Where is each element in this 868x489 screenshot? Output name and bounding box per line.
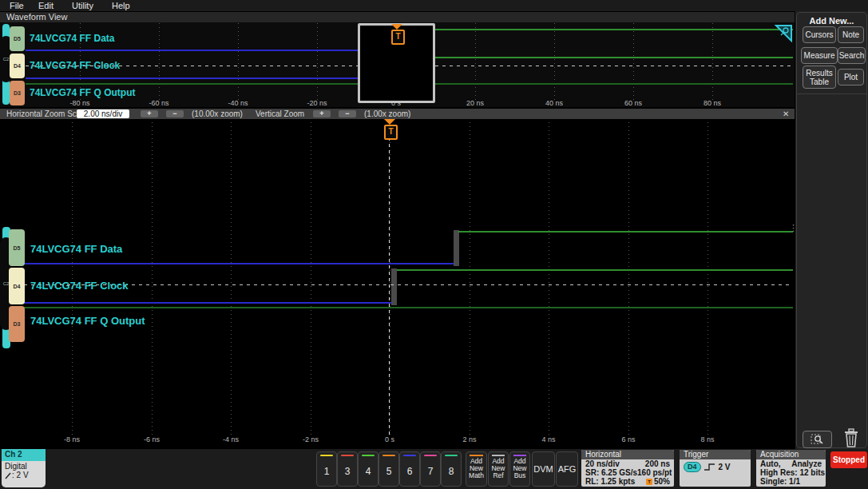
overview-axis-label: 80 ns xyxy=(692,99,732,107)
rising-edge-icon xyxy=(704,463,716,471)
v-zoom-in-button[interactable]: + xyxy=(313,110,331,117)
channel-button-4[interactable]: 4 xyxy=(358,451,379,487)
channel-badge-d5[interactable]: D5 xyxy=(10,26,25,51)
q-output-waveform-segment xyxy=(24,307,793,308)
channel-badge-d3[interactable]: D3 xyxy=(9,306,25,342)
horizontal-settings-panel[interactable]: Horizontal 20 ns/div200 ns SR: 6.25 GS/s… xyxy=(581,450,674,487)
channel-2-badge[interactable]: Ch 2 Digital : 2 V xyxy=(2,449,46,487)
main-axis-label: -2 ns xyxy=(291,435,331,443)
grid-line xyxy=(317,23,318,101)
right-side-panel: Add New... Cursors Note Measure Search R… xyxy=(795,11,868,449)
overview-axis-label: -20 ns xyxy=(297,99,337,107)
waveform-overview: T C2 D5 D4 D3 74LVCG74 FF Data 74LVCG74 … xyxy=(0,22,795,107)
channel-label-data[interactable]: 74LVCG74 FF Data xyxy=(30,243,122,255)
dvm-button[interactable]: DVM xyxy=(532,451,555,487)
channel-button-3[interactable]: 3 xyxy=(337,451,358,487)
note-button[interactable]: Note xyxy=(838,26,864,43)
touch-zoom-button[interactable] xyxy=(803,431,832,448)
run-state-badge[interactable]: Stopped xyxy=(830,451,867,468)
channel-button-label: 4 xyxy=(366,456,371,486)
waveform-zoom-view: T C2 D5 D4 D3 74LVCG74 FF Data 74LVCG74 … xyxy=(0,119,795,449)
plot-button[interactable]: Plot xyxy=(838,69,864,85)
ref-color-stripe xyxy=(492,455,505,456)
clock-waveform-low-segment xyxy=(24,302,391,304)
channel-button-6[interactable]: 6 xyxy=(399,451,420,487)
channel-label-clock[interactable]: 74LVCG74 FF Clock xyxy=(30,280,129,292)
channel-label-q-output[interactable]: 74LVCG74 FF Q Output xyxy=(30,87,135,98)
menu-item-file[interactable]: File xyxy=(10,1,24,10)
channel-button-label: 1 xyxy=(324,456,330,486)
touch-zoom-icon xyxy=(811,434,825,446)
channel-badge-d5[interactable]: D5 xyxy=(9,229,25,266)
channel-badge-d4[interactable]: D4 xyxy=(9,268,25,304)
data-waveform-low-segment xyxy=(24,263,454,264)
channel-badge-d3[interactable]: D3 xyxy=(10,81,25,105)
math-color-stripe xyxy=(470,455,484,456)
channel-button-5[interactable]: 5 xyxy=(379,451,399,487)
data-waveform-high-segment xyxy=(403,29,793,30)
bottom-settings-bar: Ch 2 Digital : 2 V 1 3 4 5 xyxy=(0,449,868,489)
zoom-close-icon[interactable]: ✕ xyxy=(783,109,789,118)
afg-button[interactable]: AFG xyxy=(556,451,578,487)
zoom-toolbar: Horizontal Zoom Scale + − (10.00x zoom) … xyxy=(0,109,795,119)
trigger-settings-panel[interactable]: Trigger D4 2 V xyxy=(680,450,751,487)
data-waveform-edge xyxy=(454,230,459,266)
cursors-button[interactable]: Cursors xyxy=(803,26,836,43)
grid-line xyxy=(549,122,549,437)
main-axis-label: 8 ns xyxy=(688,435,727,443)
channel-badge-d4[interactable]: D4 xyxy=(10,54,25,78)
acquisition-panel-title: Acquisition xyxy=(756,450,826,459)
horizontal-panel-title: Horizontal xyxy=(581,450,674,459)
main-axis-label: -8 ns xyxy=(52,435,92,443)
trigger-source-badge: D4 xyxy=(684,462,701,472)
channel-button-1[interactable]: 1 xyxy=(316,451,337,487)
v-zoom-out-button[interactable]: − xyxy=(339,110,356,117)
add-new-ref-button[interactable]: Add New Ref xyxy=(488,451,509,487)
trigger-position-arrow-icon[interactable] xyxy=(384,119,395,125)
trigger-position-mini-icon: T xyxy=(646,479,652,485)
grid-line xyxy=(707,122,708,437)
trash-icon[interactable] xyxy=(842,428,860,448)
add-new-title: Add New... xyxy=(797,16,866,26)
menu-item-utility[interactable]: Utility xyxy=(72,1,93,10)
channel-button-7[interactable]: 7 xyxy=(420,451,441,487)
channel-label-q-output[interactable]: 74LVCG74 FF Q Output xyxy=(30,315,145,327)
channel-button-label: 6 xyxy=(407,456,413,486)
menu-bar: File Edit Utility Help xyxy=(0,0,868,11)
results-table-button[interactable]: Results Table xyxy=(803,66,836,89)
trigger-level-line xyxy=(24,284,793,285)
channel-button-8[interactable]: 8 xyxy=(441,451,462,487)
h-zoom-out-button[interactable]: − xyxy=(166,110,184,117)
h-zoom-in-button[interactable]: + xyxy=(141,110,158,117)
main-axis-label: 0 s xyxy=(370,435,410,443)
grid-line xyxy=(238,23,239,101)
channel-label-data[interactable]: 74LVCG74 FF Data xyxy=(30,33,114,44)
grid-line xyxy=(152,122,153,437)
main-axis-label: 6 ns xyxy=(608,435,648,443)
channel-label-clock[interactable]: 74LVCG74 FF Clock xyxy=(30,60,120,71)
trigger-panel-title: Trigger xyxy=(680,450,751,459)
acquisition-settings-panel[interactable]: Acquisition Auto,Analyze High Res: 12 bi… xyxy=(756,450,826,487)
trigger-position-flag-icon[interactable]: T xyxy=(384,125,398,140)
channel-button-label: 3 xyxy=(345,456,351,486)
panel-splitter-grip[interactable]: ⋮ xyxy=(789,223,795,233)
search-button[interactable]: Search xyxy=(838,47,866,64)
v-zoom-label: Vertical Zoom xyxy=(256,109,304,118)
channel-2-threshold: : 2 V xyxy=(12,471,29,479)
h-zoom-scale-input[interactable] xyxy=(77,109,129,118)
tab-waveform-view[interactable]: Waveform View xyxy=(6,12,67,22)
bus-color-stripe xyxy=(513,455,527,456)
menu-item-edit[interactable]: Edit xyxy=(38,1,54,10)
overview-axis-label: -60 ns xyxy=(139,99,179,107)
channel-2-name: Ch 2 xyxy=(2,449,46,461)
v-zoom-readout: (1.00x zoom) xyxy=(364,109,410,118)
add-new-bus-button[interactable]: Add New Bus xyxy=(509,451,530,487)
measure-button[interactable]: Measure xyxy=(801,47,838,64)
menu-item-help[interactable]: Help xyxy=(112,1,130,10)
zoom-corner-icon[interactable] xyxy=(775,24,793,42)
grid-line xyxy=(475,23,476,101)
add-new-math-button[interactable]: Add New Math xyxy=(466,451,487,487)
tab-bar: Waveform View xyxy=(0,11,795,23)
trigger-position-flag-icon[interactable]: T xyxy=(391,30,405,45)
trigger-position-arrow-icon[interactable] xyxy=(391,24,402,30)
